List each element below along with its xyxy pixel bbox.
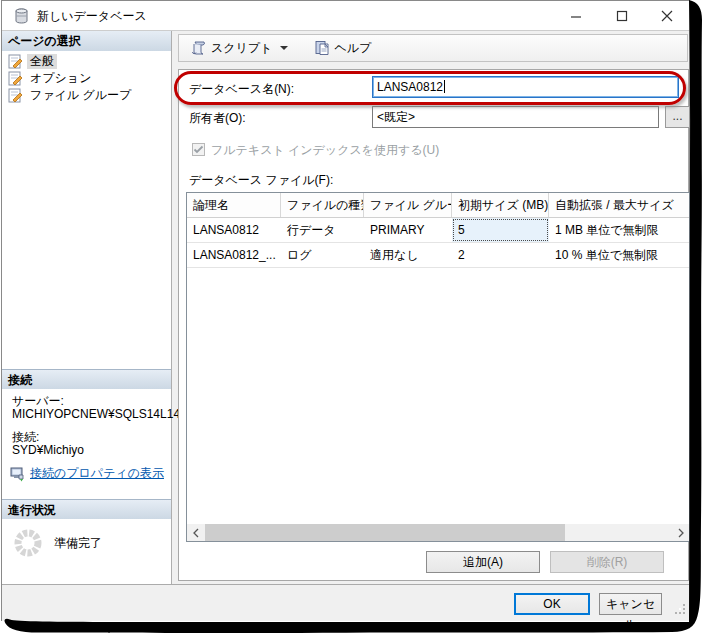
cell-filegroup[interactable]: 適用なし	[364, 243, 452, 267]
sidebar-item-general[interactable]: 全般	[6, 53, 166, 70]
sidebar-item-label: オプション	[27, 71, 94, 86]
cell-file-type[interactable]: 行データ	[281, 218, 364, 242]
connection-header: 接続	[2, 369, 171, 389]
toolbar: スクリプト ヘルプ	[178, 34, 688, 62]
connection-value: SYD¥Michiyo	[12, 443, 84, 457]
cell-autogrowth[interactable]: 1 MB 単位で無制限	[549, 218, 689, 242]
db-name-input[interactable]: LANSA0812	[372, 76, 679, 98]
db-name-label: データベース名(N):	[189, 79, 294, 99]
cell-initial-size[interactable]: 2	[452, 243, 549, 267]
sidebar-item-options[interactable]: オプション	[6, 70, 166, 87]
database-files-label: データベース ファイル(F):	[189, 170, 333, 190]
owner-input[interactable]: <既定>	[372, 106, 659, 128]
column-header-initial-size[interactable]: 初期サイズ (MB)	[452, 193, 549, 217]
fulltext-checkbox	[192, 143, 205, 156]
script-button-label: スクリプト	[211, 40, 272, 57]
cell-logical-name[interactable]: LANSA0812_...	[187, 243, 281, 267]
page-icon	[8, 88, 23, 103]
minimize-button[interactable]	[553, 1, 598, 30]
dialog-footer: OK キャンセル	[2, 584, 689, 621]
column-header-autogrowth[interactable]: 自動拡張 / 最大サイズ	[549, 193, 689, 217]
cancel-button[interactable]: キャンセル	[599, 593, 662, 615]
script-button[interactable]: スクリプト	[187, 38, 292, 59]
column-header-logical-name[interactable]: 論理名	[187, 193, 281, 217]
progress-status-text: 準備完了	[54, 535, 102, 552]
progress-spinner-icon	[12, 527, 44, 559]
script-dropdown-icon[interactable]	[280, 46, 288, 50]
sidebar-item-filegroups[interactable]: ファイル グループ	[6, 87, 166, 104]
sidebar: ページの選択 全般 オプション	[2, 31, 172, 584]
new-database-dialog: 新しいデータベース ページの選択 全般	[1, 0, 690, 621]
screenshot-canvas: 新しいデータベース ページの選択 全般	[0, 0, 705, 640]
page-select-header: ページの選択	[2, 31, 171, 51]
scroll-right-icon[interactable]	[672, 524, 689, 541]
scrollbar-thumb[interactable]	[205, 524, 565, 541]
sidebar-item-label: ファイル グループ	[27, 88, 134, 103]
table-row: LANSA0812 行データ PRIMARY 5 1 MB 単位で無制限	[187, 218, 689, 243]
page-icon	[8, 54, 23, 69]
close-button[interactable]	[644, 1, 689, 30]
sidebar-item-label: 全般	[27, 54, 57, 69]
db-name-value: LANSA0812	[377, 80, 443, 94]
connection-properties-icon	[10, 466, 26, 482]
resize-grip[interactable]	[675, 604, 686, 618]
database-files-table: 論理名 ファイルの種類 ファイル グループ 初期サイズ (MB) 自動拡張 / …	[186, 192, 690, 542]
column-header-file-type[interactable]: ファイルの種類	[281, 193, 364, 217]
cell-filegroup[interactable]: PRIMARY	[364, 218, 452, 242]
dialog-title: 新しいデータベース	[37, 1, 147, 31]
remove-button[interactable]: 削除(R)	[550, 551, 664, 573]
fulltext-checkbox-label: フルテキスト インデックスを使用する(U)	[211, 142, 439, 159]
page-icon	[8, 71, 23, 86]
checkmark-icon	[193, 144, 204, 155]
scrollbar-track[interactable]	[204, 524, 672, 541]
cell-file-type[interactable]: ログ	[281, 243, 364, 267]
general-page-panel: データベース名(N): LANSA0812 所有者(O): <既定> ... フ…	[178, 69, 689, 581]
connection-properties-row: 接続のプロパティの表示	[10, 465, 164, 482]
owner-label: 所有者(O):	[189, 108, 246, 128]
script-icon	[191, 40, 207, 56]
horizontal-scrollbar[interactable]	[187, 524, 689, 541]
database-icon	[15, 8, 28, 27]
scroll-left-icon[interactable]	[187, 524, 204, 541]
ok-button[interactable]: OK	[514, 593, 590, 615]
help-button[interactable]: ヘルプ	[310, 38, 375, 59]
owner-value: <既定>	[377, 110, 415, 124]
table-header-row: 論理名 ファイルの種類 ファイル グループ 初期サイズ (MB) 自動拡張 / …	[187, 193, 689, 218]
connection-properties-link[interactable]: 接続のプロパティの表示	[30, 465, 164, 482]
title-bar[interactable]: 新しいデータベース	[2, 1, 689, 31]
cell-logical-name[interactable]: LANSA0812	[187, 218, 281, 242]
server-value: MICHIYOPCNEW¥SQLS14L143	[12, 407, 187, 421]
help-icon	[314, 40, 330, 56]
maximize-button[interactable]	[599, 1, 644, 30]
cell-autogrowth[interactable]: 10 % 単位で無制限	[549, 243, 689, 267]
progress-header: 進行状況	[2, 499, 171, 519]
text-caret	[444, 80, 445, 93]
cell-initial-size-selected[interactable]: 5	[452, 218, 549, 242]
add-button[interactable]: 追加(A)	[426, 551, 540, 573]
table-row: LANSA0812_... ログ 適用なし 2 10 % 単位で無制限	[187, 243, 689, 268]
column-header-filegroup[interactable]: ファイル グループ	[364, 193, 452, 217]
help-button-label: ヘルプ	[334, 40, 371, 57]
progress-status-row: 準備完了	[12, 527, 102, 559]
owner-browse-button[interactable]: ...	[665, 106, 690, 128]
